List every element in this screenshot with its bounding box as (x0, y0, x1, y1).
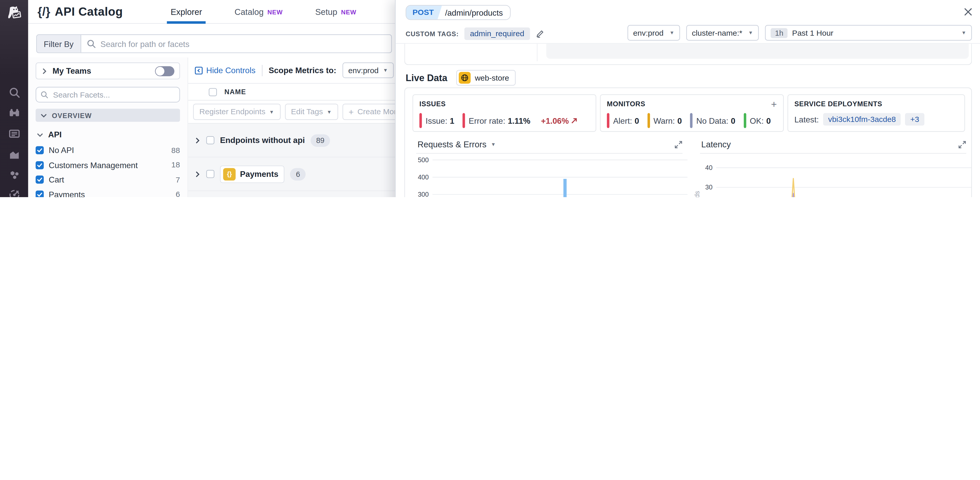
monitors-card: MONITORS + Alert:0Warn:0No Data:0OK:0 (600, 94, 784, 132)
deployment-version-chip[interactable]: vbi3ck10fm-3acde8 (823, 113, 901, 126)
facet-group-api[interactable]: API (37, 130, 180, 139)
edit-pencil-icon[interactable] (535, 29, 544, 38)
tab-setup[interactable]: SetupNEW (315, 0, 356, 24)
infrastructure-hexagons-icon[interactable] (0, 166, 28, 184)
custom-tag-chip[interactable]: admin_required (464, 27, 530, 40)
notebook-list-icon[interactable] (0, 125, 28, 143)
page-title: {/}API Catalog (38, 5, 123, 19)
live-data-card: ISSUES Issue:1Error rate:1.11%+1.06% MON… (404, 87, 972, 197)
row-checkbox[interactable] (206, 170, 215, 178)
add-monitor-button[interactable]: + (771, 100, 777, 108)
requests-errors-chart: Requests & Errors ▼ 010020030040050012:4… (410, 137, 689, 197)
watchdog-binoculars-icon[interactable] (0, 104, 28, 122)
metrics-chart-icon[interactable] (0, 146, 28, 163)
collapse-panel-icon (194, 66, 203, 75)
row-checkbox[interactable] (206, 136, 215, 145)
facet-item[interactable]: Customers Management18 (36, 158, 180, 173)
app: ? {/}API Catalog ExplorerCatalogNEWSetup… (0, 0, 980, 197)
table-row-group[interactable]: Endpoints without api89 (188, 124, 395, 157)
overview-section-header[interactable]: OVERVIEW (36, 108, 180, 122)
endpoint-title-pill: POST /admin/products (406, 5, 510, 20)
chevron-right-icon[interactable] (194, 137, 200, 143)
table-header: NAME (188, 83, 395, 101)
svg-text:30: 30 (705, 184, 713, 191)
chevron-down-icon: ▼ (383, 67, 388, 73)
chevron-right-icon (41, 68, 48, 74)
api-chip[interactable]: {}Payments (220, 165, 285, 183)
chevron-right-icon[interactable] (194, 171, 200, 177)
checked-checkbox[interactable] (36, 161, 44, 169)
register-endpoints-button[interactable]: Register Endpoints▼ (193, 104, 280, 120)
chevron-down-icon: ▼ (327, 109, 331, 115)
datadog-logo-icon[interactable] (0, 0, 28, 28)
facet-item[interactable]: Payments6 (36, 187, 180, 197)
braces-icon: {} (223, 168, 236, 180)
table-row-group[interactable]: {}Payments6 (188, 157, 395, 191)
svg-text:40: 40 (705, 164, 713, 171)
cluster-filter-dropdown[interactable]: cluster-name:*▼ (686, 25, 759, 41)
facet-item[interactable]: Cart7 (36, 173, 180, 187)
live-data-title: Live Data (406, 72, 447, 83)
checked-checkbox[interactable] (36, 146, 44, 154)
select-all-checkbox[interactable] (209, 88, 217, 96)
scope-env-dropdown[interactable]: env:prod▼ (343, 62, 394, 78)
latency-plot: 01020304012:4513:0013:1513:30Seconds (694, 154, 972, 197)
chevron-down-icon (41, 112, 47, 118)
env-filter-dropdown[interactable]: env:prod▼ (627, 25, 680, 41)
filter-bar: Filter By (36, 34, 392, 53)
count-badge: 6 (290, 168, 305, 180)
expand-icon[interactable] (958, 140, 966, 148)
stat-item: Warn:0 (647, 113, 682, 128)
search-icon (86, 39, 95, 48)
svg-text:500: 500 (418, 156, 429, 164)
sidebar-nav: ? (0, 0, 28, 197)
my-teams-switch[interactable] (155, 66, 174, 76)
plus-icon: + (348, 107, 354, 117)
checked-checkbox[interactable] (36, 176, 44, 184)
tab-explorer[interactable]: Explorer (170, 0, 202, 24)
issues-card: ISSUES Issue:1Error rate:1.11%+1.06% (412, 94, 596, 132)
time-range-dropdown[interactable]: 1hPast 1 Hour▼ (765, 25, 972, 41)
facet-search (36, 87, 180, 102)
name-column-header: NAME (224, 88, 246, 95)
monitors-title: MONITORS (607, 100, 777, 107)
apm-target-icon[interactable] (0, 186, 28, 197)
facet-item[interactable]: No API88 (36, 143, 180, 157)
checked-checkbox[interactable] (36, 191, 44, 197)
endpoint-path: /admin/products (442, 8, 510, 17)
expand-icon[interactable] (675, 140, 682, 148)
edit-tags-button[interactable]: Edit Tags▼ (285, 104, 338, 120)
facet-search-input[interactable] (52, 90, 175, 100)
search-input[interactable] (99, 38, 391, 49)
close-icon[interactable] (963, 7, 973, 17)
table-toolbar: Register Endpoints▼ Edit Tags▼ +Create M… (188, 101, 395, 124)
create-monitor-button[interactable]: +Create Monitor (342, 104, 395, 120)
tab-catalog[interactable]: CatalogNEW (234, 0, 283, 24)
deployment-more-chip[interactable]: +3 (905, 113, 924, 126)
service-deployments-card: SERVICE DEPLOYMENTS Latest: vbi3ck10fm-3… (788, 94, 965, 132)
chevron-down-icon: ▼ (748, 30, 753, 36)
custom-tags-row: CUSTOM TAGS: admin_required (406, 27, 544, 40)
search-icon[interactable] (0, 84, 28, 101)
service-chip[interactable]: web-store (456, 70, 515, 86)
svg-text:Seconds: Seconds (694, 191, 701, 197)
requests-errors-plot: 010020030040050012:4513:0013:1513:30 (410, 154, 689, 197)
chevron-down-icon: ▼ (670, 30, 675, 36)
globe-icon (459, 72, 471, 84)
my-teams-label: My Teams (52, 66, 150, 76)
endpoints-table: Hide Controls Scope Metrics to: env:prod… (188, 57, 395, 197)
stat-item: Alert:0 (607, 113, 639, 128)
hide-controls-button[interactable]: Hide Controls (194, 66, 256, 75)
table-row-group[interactable]: {}Customers Management18 (188, 191, 395, 197)
issues-title: ISSUES (419, 100, 589, 107)
search-icon (41, 91, 48, 99)
stat-item: Error rate:1.11% (463, 113, 530, 128)
method-badge: POST (406, 6, 442, 19)
chevron-down-icon[interactable]: ▼ (491, 141, 496, 147)
stat-item: No Data:0 (690, 113, 735, 128)
latency-chart-title: Latency (702, 140, 731, 149)
svg-text:400: 400 (418, 173, 429, 181)
my-teams-toggle-row[interactable]: My Teams (36, 62, 180, 79)
deployments-title: SERVICE DEPLOYMENTS (794, 100, 958, 107)
chevron-down-icon: ▼ (961, 30, 966, 36)
